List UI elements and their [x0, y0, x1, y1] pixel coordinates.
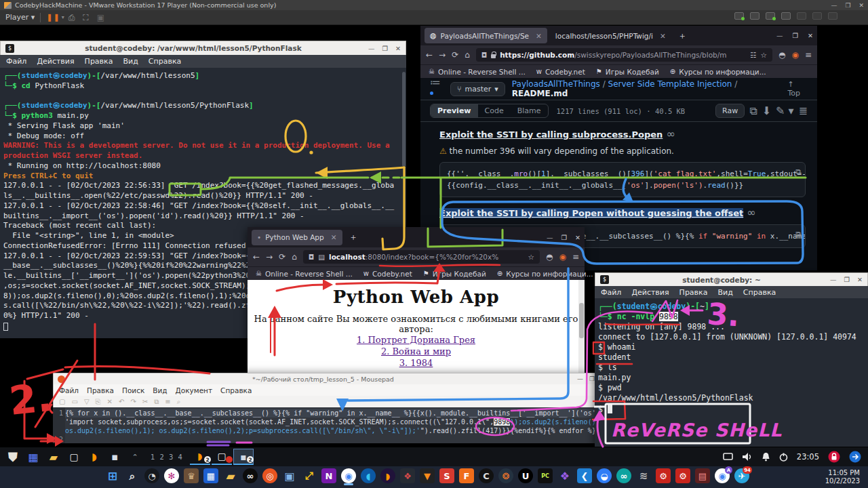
- panel-expand-icon[interactable]: ⌃: [127, 449, 143, 465]
- pause-dropdown[interactable]: ▾: [62, 14, 64, 20]
- reload-icon[interactable]: ⟳: [452, 50, 458, 60]
- menu-item-файл[interactable]: Файл: [601, 288, 621, 297]
- bookmark-flag[interactable]: ⚑Игры Кодебай: [596, 68, 659, 76]
- mousepad-tool-icon[interactable]: ↷: [130, 398, 136, 405]
- firefox1-maximize-button[interactable]: ❐: [793, 32, 799, 39]
- raw-button[interactable]: Raw: [715, 104, 745, 118]
- copy-raw-icon[interactable]: ⧉: [749, 104, 757, 117]
- gauge-app-icon[interactable]: ◔: [144, 468, 159, 483]
- url-bar-2[interactable]: ◘ ▤ localhost:8080/index?book={%%20for%2…: [303, 250, 540, 264]
- menu-item-действия[interactable]: Действия: [37, 57, 74, 66]
- mousepad-tool-icon[interactable]: ▢: [59, 398, 65, 405]
- vmware-close-button[interactable]: ✕: [859, 2, 864, 9]
- diamond-app-icon[interactable]: ❖: [400, 468, 415, 483]
- home-icon-2[interactable]: ⌂: [292, 252, 297, 262]
- menu-item-правка[interactable]: Правка: [679, 288, 708, 297]
- virtualbox-icon[interactable]: ▣: [282, 468, 297, 483]
- display-device-icon[interactable]: [828, 12, 837, 20]
- gear-red-1-icon[interactable]: ⚙: [656, 468, 671, 483]
- paint-blue-icon[interactable]: ◒: [597, 468, 612, 483]
- portrait-app-icon[interactable]: ♛: [184, 468, 199, 483]
- visual-studio-icon[interactable]: ❖: [557, 468, 572, 483]
- menu-item-поиск[interactable]: Поиск: [122, 386, 144, 394]
- mousepad-tool-icon[interactable]: ⌕: [177, 398, 181, 406]
- terminal1-minimize-button[interactable]: —: [368, 45, 375, 52]
- terminal1-close-button[interactable]: ✕: [395, 45, 401, 52]
- menu-item-действия[interactable]: Действия: [631, 288, 669, 297]
- firefox-launcher-icon[interactable]: ◗: [86, 449, 102, 465]
- arduino-icon[interactable]: ∞: [616, 468, 631, 483]
- tab-code[interactable]: Code: [478, 104, 511, 117]
- windows-start-icon[interactable]: ⊞: [105, 468, 120, 483]
- terminal-window-button[interactable]: ▪2: [233, 449, 254, 465]
- pause-icon[interactable]: ❚❚: [46, 13, 60, 22]
- menu-item-файл[interactable]: Файл: [59, 386, 79, 394]
- vscode-icon[interactable]: ❮: [577, 468, 592, 483]
- pycharm-icon[interactable]: PC: [538, 468, 553, 483]
- bookmark-star-icon[interactable]: ☆: [761, 51, 767, 59]
- menu-item-файл[interactable]: Файл: [6, 57, 26, 66]
- tab-localhost-phptwig[interactable]: localhost/lesson5/PHPTwig/i✕: [550, 28, 671, 43]
- new-tab-button-2[interactable]: ＋: [345, 231, 362, 243]
- code-block-1[interactable]: {{''.__class__.mro()[1].__subclasses__()…: [439, 162, 806, 197]
- bookmark-w-logo[interactable]: wCodeby.net: [536, 68, 585, 76]
- terminal1-titlebar[interactable]: $ student@codeby: /var/www/html/lesson5/…: [0, 41, 406, 55]
- forward-icon[interactable]: →: [439, 50, 446, 60]
- pocket-icon[interactable]: ◓: [778, 50, 785, 60]
- bookmark-w-logo[interactable]: wCodeby.net: [363, 270, 412, 278]
- vmware-minimize-button[interactable]: —: [831, 2, 837, 9]
- fullscreen-icon[interactable]: ⛶: [83, 13, 88, 22]
- printer-device-icon[interactable]: [812, 12, 822, 20]
- tab-python-close-icon[interactable]: ✕: [331, 233, 337, 241]
- mousepad-tool-icon[interactable]: ↶: [119, 398, 124, 405]
- mousepad-tool-icon[interactable]: ⎘: [96, 398, 101, 406]
- shield-icon-2[interactable]: ◘: [309, 253, 314, 261]
- gear-red-2-icon[interactable]: ⚙: [675, 468, 690, 483]
- mousepad-tool-icon[interactable]: ▽: [84, 398, 90, 405]
- heading1-link-icon[interactable]: ∞: [666, 127, 675, 140]
- firefox-window-button[interactable]: ◗2: [190, 449, 210, 465]
- mousepad-window-button[interactable]: ▢●: [212, 449, 232, 465]
- terminal2-maximize-button[interactable]: ❐: [844, 276, 850, 283]
- mousepad-titlebar[interactable]: *~/Рабочий стол/tmp_lesson_5 - Mousepad …: [53, 373, 599, 384]
- bookmark-globe[interactable]: ⊕Курсы по информаци...: [497, 270, 593, 278]
- menu-item-вид[interactable]: Вид: [717, 288, 732, 297]
- firefox1-close-button[interactable]: ✕: [808, 32, 813, 39]
- show-desktop-icon[interactable]: ▦: [25, 449, 41, 465]
- breadcrumb-repo[interactable]: PayloadsAllTheThings: [512, 79, 600, 89]
- monitor-red-icon[interactable]: ▤: [695, 468, 710, 483]
- volume-icon[interactable]: [742, 452, 753, 462]
- terminal2-close-button[interactable]: ✕: [857, 276, 863, 283]
- notification-bell-icon[interactable]: [762, 452, 770, 462]
- outline-icon[interactable]: ≣: [799, 104, 808, 117]
- workspace-switcher[interactable]: 1 2 3 4: [151, 453, 184, 461]
- file-explorer-icon[interactable]: ▰: [223, 468, 238, 483]
- search-icon[interactable]: ⌕: [125, 468, 140, 483]
- mousepad-tool-icon[interactable]: ✕: [107, 398, 113, 405]
- mousepad-window[interactable]: *~/Рабочий стол/tmp_lesson_5 - Mousepad …: [53, 373, 599, 445]
- top-link[interactable]: ↑ Top: [787, 80, 808, 98]
- blender-icon[interactable]: ❂: [498, 468, 513, 483]
- book-link-2[interactable]: 2. Война и мир: [248, 346, 585, 357]
- chrome-profile-icon[interactable]: ◉A: [715, 468, 730, 483]
- bookmark-star-icon-2[interactable]: ☆: [528, 253, 534, 261]
- menu-item-справка[interactable]: Справка: [149, 57, 181, 66]
- usb-device-icon[interactable]: [781, 12, 791, 20]
- mousepad-maximize-button[interactable]: ❐: [589, 375, 595, 382]
- chrome-icon[interactable]: ◉: [341, 468, 356, 483]
- terminal2-output[interactable]: ┌──(student㉿codeby)-[~]└─$ nc -nvlp 9898…: [595, 298, 868, 447]
- calendar-icon[interactable]: ▦: [203, 468, 218, 483]
- keyboard-icon[interactable]: ⎙: [68, 13, 75, 22]
- menu-item-вид[interactable]: Вид: [153, 386, 167, 394]
- menu-item-вид[interactable]: Вид: [123, 57, 138, 66]
- firefox-window-pythonapp[interactable]: •Python Web App✕ ＋ — ❐ ✕ ← → ⟳ ⌂ ◘ ▤ loc…: [248, 227, 585, 380]
- codeby-logo-icon[interactable]: ⛊: [5, 449, 21, 465]
- firefox-account-icon-2[interactable]: ◉: [559, 252, 566, 262]
- bookmark-flag[interactable]: ⚑Игры Кодебай: [423, 270, 486, 278]
- carrot-app-icon[interactable]: ▼: [420, 468, 435, 483]
- branch-selector[interactable]: ⑂ master ▾: [450, 82, 505, 96]
- firefox2-maximize-button[interactable]: ❐: [561, 234, 568, 241]
- windows-clock[interactable]: 11:05 PM 10/2/2023: [825, 469, 860, 485]
- tab-blame[interactable]: Blame: [511, 104, 548, 117]
- back-icon-2[interactable]: ←: [253, 252, 260, 262]
